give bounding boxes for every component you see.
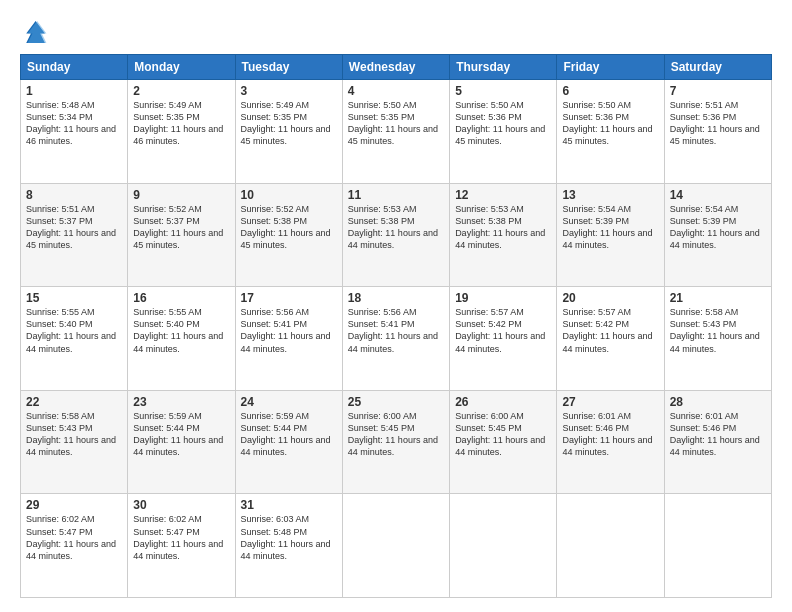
day-header: Wednesday — [342, 55, 449, 80]
day-info: Sunrise: 5:56 AMSunset: 5:41 PMDaylight:… — [348, 306, 444, 355]
day-info: Sunrise: 5:53 AMSunset: 5:38 PMDaylight:… — [348, 203, 444, 252]
calendar-cell: 17Sunrise: 5:56 AMSunset: 5:41 PMDayligh… — [235, 287, 342, 391]
day-info: Sunrise: 5:48 AMSunset: 5:34 PMDaylight:… — [26, 99, 122, 148]
calendar-week-row: 15Sunrise: 5:55 AMSunset: 5:40 PMDayligh… — [21, 287, 772, 391]
day-number: 9 — [133, 188, 229, 202]
calendar-cell: 8Sunrise: 5:51 AMSunset: 5:37 PMDaylight… — [21, 183, 128, 287]
day-info: Sunrise: 6:00 AMSunset: 5:45 PMDaylight:… — [455, 410, 551, 459]
day-number: 23 — [133, 395, 229, 409]
day-number: 17 — [241, 291, 337, 305]
day-info: Sunrise: 5:49 AMSunset: 5:35 PMDaylight:… — [133, 99, 229, 148]
day-number: 21 — [670, 291, 766, 305]
day-info: Sunrise: 5:51 AMSunset: 5:36 PMDaylight:… — [670, 99, 766, 148]
calendar-cell: 1Sunrise: 5:48 AMSunset: 5:34 PMDaylight… — [21, 80, 128, 184]
day-number: 8 — [26, 188, 122, 202]
day-number: 20 — [562, 291, 658, 305]
day-number: 19 — [455, 291, 551, 305]
day-number: 15 — [26, 291, 122, 305]
calendar-cell: 25Sunrise: 6:00 AMSunset: 5:45 PMDayligh… — [342, 390, 449, 494]
day-number: 29 — [26, 498, 122, 512]
calendar-cell: 31Sunrise: 6:03 AMSunset: 5:48 PMDayligh… — [235, 494, 342, 598]
calendar-cell: 28Sunrise: 6:01 AMSunset: 5:46 PMDayligh… — [664, 390, 771, 494]
calendar-cell — [450, 494, 557, 598]
day-header: Tuesday — [235, 55, 342, 80]
day-number: 5 — [455, 84, 551, 98]
day-info: Sunrise: 6:01 AMSunset: 5:46 PMDaylight:… — [670, 410, 766, 459]
day-info: Sunrise: 5:58 AMSunset: 5:43 PMDaylight:… — [26, 410, 122, 459]
day-info: Sunrise: 5:57 AMSunset: 5:42 PMDaylight:… — [455, 306, 551, 355]
day-header: Sunday — [21, 55, 128, 80]
calendar-cell — [342, 494, 449, 598]
calendar-cell: 9Sunrise: 5:52 AMSunset: 5:37 PMDaylight… — [128, 183, 235, 287]
calendar-cell: 5Sunrise: 5:50 AMSunset: 5:36 PMDaylight… — [450, 80, 557, 184]
day-number: 12 — [455, 188, 551, 202]
calendar-cell: 15Sunrise: 5:55 AMSunset: 5:40 PMDayligh… — [21, 287, 128, 391]
calendar-week-row: 29Sunrise: 6:02 AMSunset: 5:47 PMDayligh… — [21, 494, 772, 598]
day-header: Friday — [557, 55, 664, 80]
calendar-cell: 23Sunrise: 5:59 AMSunset: 5:44 PMDayligh… — [128, 390, 235, 494]
calendar-cell: 21Sunrise: 5:58 AMSunset: 5:43 PMDayligh… — [664, 287, 771, 391]
day-header: Saturday — [664, 55, 771, 80]
day-info: Sunrise: 5:58 AMSunset: 5:43 PMDaylight:… — [670, 306, 766, 355]
calendar-cell: 11Sunrise: 5:53 AMSunset: 5:38 PMDayligh… — [342, 183, 449, 287]
calendar-cell — [557, 494, 664, 598]
calendar-table: SundayMondayTuesdayWednesdayThursdayFrid… — [20, 54, 772, 598]
day-number: 16 — [133, 291, 229, 305]
calendar-week-row: 1Sunrise: 5:48 AMSunset: 5:34 PMDaylight… — [21, 80, 772, 184]
svg-marker-1 — [28, 21, 47, 43]
calendar-cell: 10Sunrise: 5:52 AMSunset: 5:38 PMDayligh… — [235, 183, 342, 287]
calendar-cell — [664, 494, 771, 598]
day-number: 22 — [26, 395, 122, 409]
day-number: 6 — [562, 84, 658, 98]
calendar-cell: 18Sunrise: 5:56 AMSunset: 5:41 PMDayligh… — [342, 287, 449, 391]
day-info: Sunrise: 5:50 AMSunset: 5:35 PMDaylight:… — [348, 99, 444, 148]
day-info: Sunrise: 5:59 AMSunset: 5:44 PMDaylight:… — [241, 410, 337, 459]
day-number: 30 — [133, 498, 229, 512]
day-info: Sunrise: 6:02 AMSunset: 5:47 PMDaylight:… — [133, 513, 229, 562]
calendar-week-row: 22Sunrise: 5:58 AMSunset: 5:43 PMDayligh… — [21, 390, 772, 494]
day-number: 28 — [670, 395, 766, 409]
day-header: Thursday — [450, 55, 557, 80]
day-number: 24 — [241, 395, 337, 409]
calendar-cell: 2Sunrise: 5:49 AMSunset: 5:35 PMDaylight… — [128, 80, 235, 184]
day-header: Monday — [128, 55, 235, 80]
day-info: Sunrise: 5:59 AMSunset: 5:44 PMDaylight:… — [133, 410, 229, 459]
day-info: Sunrise: 6:01 AMSunset: 5:46 PMDaylight:… — [562, 410, 658, 459]
day-info: Sunrise: 5:50 AMSunset: 5:36 PMDaylight:… — [455, 99, 551, 148]
day-number: 31 — [241, 498, 337, 512]
calendar-cell: 16Sunrise: 5:55 AMSunset: 5:40 PMDayligh… — [128, 287, 235, 391]
day-number: 11 — [348, 188, 444, 202]
day-number: 1 — [26, 84, 122, 98]
day-number: 10 — [241, 188, 337, 202]
day-info: Sunrise: 5:52 AMSunset: 5:38 PMDaylight:… — [241, 203, 337, 252]
day-info: Sunrise: 5:54 AMSunset: 5:39 PMDaylight:… — [562, 203, 658, 252]
day-number: 7 — [670, 84, 766, 98]
logo-icon — [20, 18, 48, 46]
calendar-cell: 27Sunrise: 6:01 AMSunset: 5:46 PMDayligh… — [557, 390, 664, 494]
day-info: Sunrise: 6:03 AMSunset: 5:48 PMDaylight:… — [241, 513, 337, 562]
day-number: 13 — [562, 188, 658, 202]
day-info: Sunrise: 5:51 AMSunset: 5:37 PMDaylight:… — [26, 203, 122, 252]
day-info: Sunrise: 5:50 AMSunset: 5:36 PMDaylight:… — [562, 99, 658, 148]
day-info: Sunrise: 5:55 AMSunset: 5:40 PMDaylight:… — [133, 306, 229, 355]
day-info: Sunrise: 5:52 AMSunset: 5:37 PMDaylight:… — [133, 203, 229, 252]
header — [20, 18, 772, 46]
calendar-cell: 13Sunrise: 5:54 AMSunset: 5:39 PMDayligh… — [557, 183, 664, 287]
page: SundayMondayTuesdayWednesdayThursdayFrid… — [0, 0, 792, 612]
day-info: Sunrise: 5:54 AMSunset: 5:39 PMDaylight:… — [670, 203, 766, 252]
calendar-week-row: 8Sunrise: 5:51 AMSunset: 5:37 PMDaylight… — [21, 183, 772, 287]
day-number: 26 — [455, 395, 551, 409]
day-number: 4 — [348, 84, 444, 98]
calendar-cell: 20Sunrise: 5:57 AMSunset: 5:42 PMDayligh… — [557, 287, 664, 391]
day-number: 14 — [670, 188, 766, 202]
calendar-cell: 26Sunrise: 6:00 AMSunset: 5:45 PMDayligh… — [450, 390, 557, 494]
day-info: Sunrise: 5:55 AMSunset: 5:40 PMDaylight:… — [26, 306, 122, 355]
calendar-cell: 22Sunrise: 5:58 AMSunset: 5:43 PMDayligh… — [21, 390, 128, 494]
day-info: Sunrise: 5:53 AMSunset: 5:38 PMDaylight:… — [455, 203, 551, 252]
calendar-cell: 12Sunrise: 5:53 AMSunset: 5:38 PMDayligh… — [450, 183, 557, 287]
calendar-cell: 4Sunrise: 5:50 AMSunset: 5:35 PMDaylight… — [342, 80, 449, 184]
day-info: Sunrise: 6:02 AMSunset: 5:47 PMDaylight:… — [26, 513, 122, 562]
day-number: 3 — [241, 84, 337, 98]
calendar-cell: 30Sunrise: 6:02 AMSunset: 5:47 PMDayligh… — [128, 494, 235, 598]
day-info: Sunrise: 5:57 AMSunset: 5:42 PMDaylight:… — [562, 306, 658, 355]
